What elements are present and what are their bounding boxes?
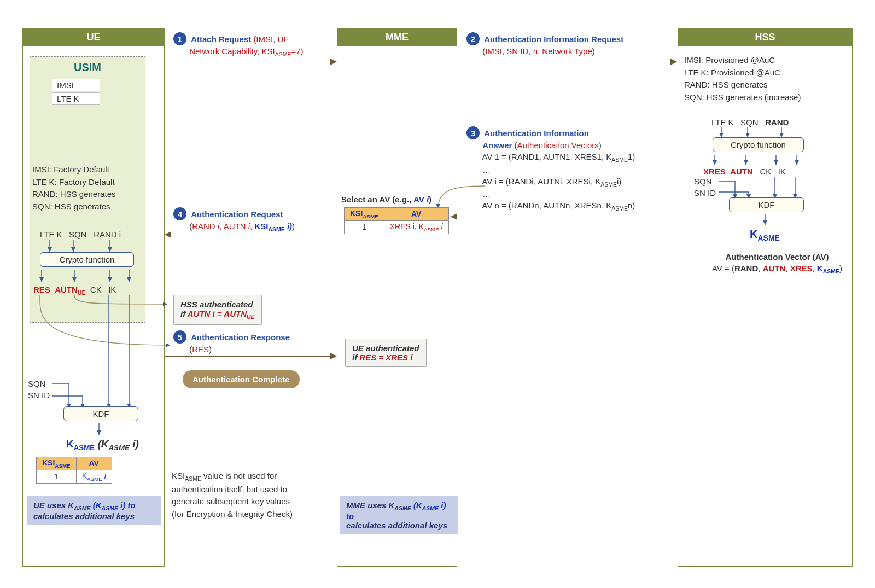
ue-kdf-in: SQN SN ID [28,378,50,401]
hss-crypto-out-arrows [705,153,820,167]
step-2-circle: 2 [466,32,480,45]
arrow3 [457,217,677,217]
ue-crypto-box: Crypto function [40,252,134,267]
hss-kasme: KASME [750,226,780,244]
arrow2 [457,62,670,62]
arrow1 [165,62,330,62]
step-3-circle: 3 [466,126,480,139]
usim-ltek: LTE K [52,92,100,105]
ue-ksi-table: KSIASMEAV 1KASME i [36,457,112,484]
hss-kdf-in: SQN SN ID [694,176,716,199]
step-4-circle: 4 [173,207,186,220]
hss-kdf-box: KDF [729,197,804,212]
step3: 3 Authentication Information Answer ((Au… [466,126,674,213]
auth-complete-badge: Authentication Complete [183,370,300,388]
lane-hss-header: HSS [678,28,852,46]
arrow4 [171,235,336,235]
hss-av: Authentication Vector (AV) AV = (RAND, A… [706,251,848,276]
hss-provision: IMSI: Provisioned @AuC LTE K: Provisione… [684,54,801,103]
usim-imsi: IMSI [52,79,100,91]
step5: 5 Authentication Response (RES) [173,330,290,355]
step4: 4 Authentication Request (RAND i, AUTN i… [173,207,295,234]
mme-ksi-table: KSIASMEAV 1XRES i, KASME i [344,207,449,234]
usim-title: USIM [30,57,145,74]
ue-kdf-box: KDF [63,406,138,421]
step2: 2 Authentication Information Request (IM… [466,32,623,57]
step1: 1 Attach Request (IMSI, UE Network Capab… [173,32,304,59]
step-5-circle: 5 [173,330,186,344]
ue-crypto-out-arrows [33,267,148,285]
arrow5 [165,356,330,357]
lane-ue-header: UE [23,28,164,46]
ue-provision: IMSI: Factory Default LTE K: Factory Def… [32,164,116,213]
step-1-circle: 1 [173,32,186,45]
hss-auth-note: HSS authenticated if AUTN i = AUTNUE if … [173,295,262,325]
mme-blue-note: MME uses KASME (KASME i) to calculates a… [340,496,458,534]
kdf-to-kasme [88,422,110,438]
lane-hss: HSS [678,28,853,567]
ue-kasme: KASME (KASME i) [66,437,139,453]
ue-auth-note: UE authenticated if RES = XRES i if RES … [345,339,427,367]
lane-mme-header: MME [337,28,457,46]
ue-blue-note: UE uses KASME (KASME i) to calculates ad… [27,496,161,525]
ksi-explain: KSIASME value is not used for authentica… [172,470,293,520]
lane-mme: MME [337,28,457,567]
hss-crypto-box: Crypto function [713,137,804,152]
mme-select: Select an AV (e.g., AV i) Select an AV (… [341,194,431,205]
auth-diagram: UE MME HSS USIM IMSI LTE K IMSI: Factory… [11,11,865,578]
